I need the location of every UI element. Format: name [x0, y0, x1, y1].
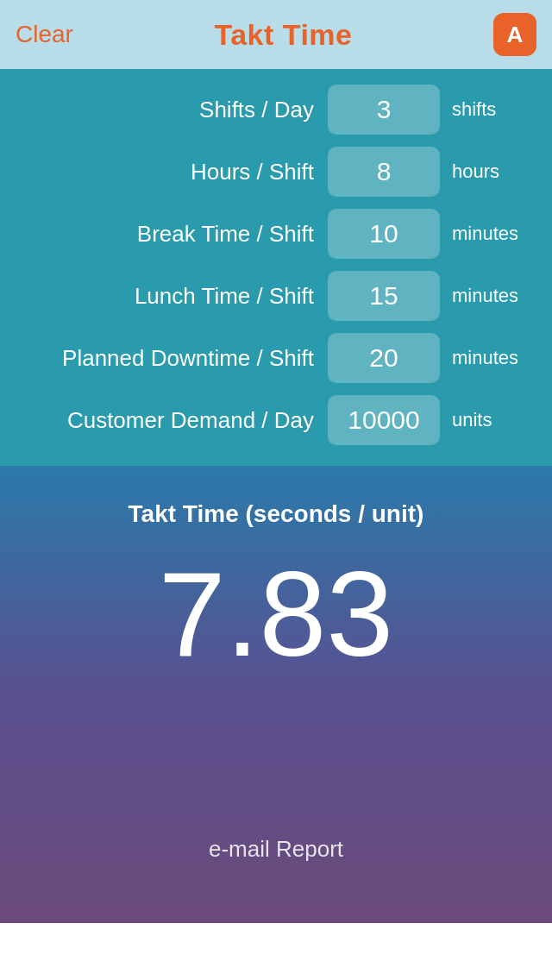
input-hours-per-shift[interactable]	[328, 147, 440, 197]
unit-hours-per-shift: hours	[440, 160, 535, 183]
label-hours-per-shift: Hours / Shift	[17, 159, 328, 185]
result-label: Takt Time (seconds / unit)	[129, 500, 424, 528]
result-section: Takt Time (seconds / unit) 7.83 e-mail R…	[0, 466, 552, 923]
label-break-time: Break Time / Shift	[17, 221, 328, 248]
input-break-time[interactable]	[328, 209, 440, 259]
row-break-time: Break Time / Shiftminutes	[17, 209, 535, 259]
page-title: Takt Time	[214, 18, 352, 52]
clear-button[interactable]: Clear	[16, 21, 73, 48]
label-lunch-time: Lunch Time / Shift	[17, 283, 328, 310]
unit-shifts-per-day: shifts	[440, 98, 535, 121]
row-planned-downtime: Planned Downtime / Shiftminutes	[17, 333, 535, 383]
row-shifts-per-day: Shifts / Dayshifts	[17, 85, 535, 135]
row-lunch-time: Lunch Time / Shiftminutes	[17, 271, 535, 321]
input-lunch-time[interactable]	[328, 271, 440, 321]
unit-planned-downtime: minutes	[440, 347, 535, 369]
unit-lunch-time: minutes	[440, 285, 535, 307]
unit-customer-demand: units	[440, 409, 535, 431]
result-value: 7.83	[159, 554, 393, 675]
input-planned-downtime[interactable]	[328, 333, 440, 383]
label-customer-demand: Customer Demand / Day	[17, 407, 328, 434]
email-report-button[interactable]: e-mail Report	[183, 822, 369, 876]
row-customer-demand: Customer Demand / Dayunits	[17, 395, 535, 445]
result-wrapper: 7.83 e-mail Report	[17, 554, 535, 897]
label-planned-downtime: Planned Downtime / Shift	[17, 345, 328, 372]
header: Clear Takt Time A	[0, 0, 552, 69]
input-shifts-per-day[interactable]	[328, 85, 440, 135]
unit-break-time: minutes	[440, 223, 535, 245]
label-shifts-per-day: Shifts / Day	[17, 97, 328, 123]
input-section: Shifts / DayshiftsHours / ShifthoursBrea…	[0, 69, 552, 466]
app-icon: A	[493, 13, 536, 56]
row-hours-per-shift: Hours / Shifthours	[17, 147, 535, 197]
input-customer-demand[interactable]	[328, 395, 440, 445]
